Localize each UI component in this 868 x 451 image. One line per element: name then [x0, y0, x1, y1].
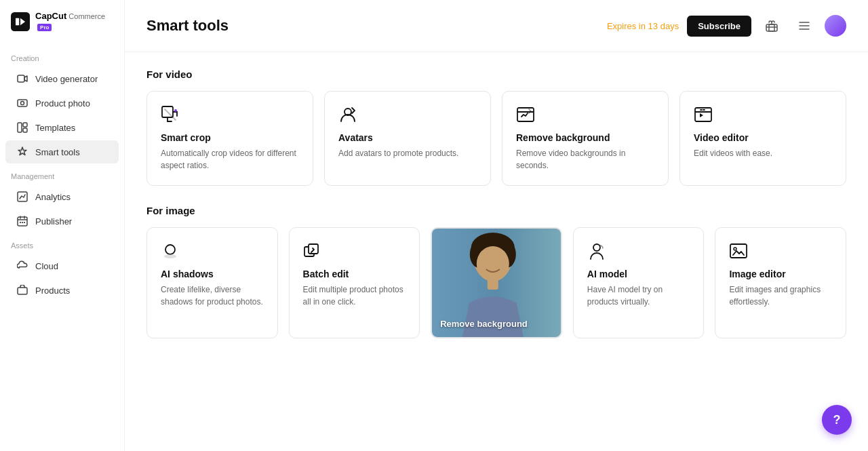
remove-bg-image: Remove background [432, 229, 561, 337]
svg-point-20 [165, 245, 175, 254]
sidebar-item-publisher[interactable]: Publisher [5, 210, 119, 233]
remove-background-video-desc: Remove video backgrounds in seconds. [516, 147, 654, 172]
for-image-section-title: For image [146, 205, 846, 216]
video-editor-card[interactable]: Video editor Edit videos with ease. [679, 91, 846, 186]
sidebar-section-management: Management [0, 164, 124, 184]
avatars-title: Avatars [338, 132, 477, 143]
ai-shadows-card[interactable]: AI shadows Create lifelike, diverse shad… [146, 227, 278, 338]
sidebar-item-products[interactable]: Products [5, 279, 119, 302]
sidebar-item-video-generator[interactable]: Video generator [5, 67, 119, 90]
svg-rect-12 [18, 288, 27, 294]
ai-model-desc: Have AI model try on products virtually. [587, 283, 690, 308]
expires-text: Expires in 13 days [607, 21, 679, 31]
batch-edit-icon [303, 241, 406, 260]
smart-crop-icon [161, 105, 299, 124]
sidebar-item-templates[interactable]: Templates [5, 116, 119, 139]
svg-point-33 [734, 248, 736, 250]
sidebar-item-label: Analytics [35, 192, 71, 202]
avatars-icon [338, 105, 477, 124]
svg-rect-1 [18, 75, 24, 82]
sidebar: CapCut Commerce Pro Creation Video gener… [0, 0, 125, 451]
image-editor-desc: Edit images and graphics effortlessly. [729, 283, 832, 308]
sidebar-item-smart-tools[interactable]: Smart tools [5, 140, 119, 163]
header-actions: Expires in 13 days Subscribe [607, 14, 846, 38]
ai-shadows-desc: Create lifelike, diverse shadows for pro… [161, 283, 264, 308]
main-content: Smart tools Expires in 13 days Subscribe… [125, 0, 868, 451]
image-editor-icon [729, 241, 832, 260]
product-photo-icon [16, 97, 28, 109]
ai-model-icon [587, 241, 690, 260]
video-generator-icon [16, 73, 28, 85]
products-icon [16, 284, 28, 296]
svg-point-3 [21, 102, 24, 105]
image-editor-title: Image editor [729, 269, 832, 279]
help-button[interactable]: ? [822, 405, 852, 435]
avatars-card[interactable]: Avatars Add avatars to promote products. [324, 91, 491, 186]
ai-model-title: AI model [587, 269, 690, 279]
svg-point-16 [174, 109, 177, 112]
header: Smart tools Expires in 13 days Subscribe [125, 0, 868, 52]
user-avatar[interactable] [825, 15, 846, 37]
svg-rect-2 [18, 100, 27, 106]
smart-crop-desc: Automatically crop videos for different … [161, 147, 299, 172]
analytics-icon [16, 191, 28, 203]
menu-icon-button[interactable] [792, 14, 816, 38]
video-editor-icon [694, 105, 832, 124]
sidebar-item-label: Video generator [35, 74, 98, 84]
remove-background-video-icon [516, 105, 654, 124]
remove-background-image-card[interactable]: Remove background [431, 227, 562, 338]
svg-rect-14 [769, 24, 774, 31]
for-video-section-title: For video [146, 68, 846, 80]
image-editor-card[interactable]: Image editor Edit images and graphics ef… [715, 227, 846, 338]
svg-point-21 [164, 254, 176, 258]
content-area: For video Smart crop Automatically crop … [125, 52, 868, 374]
svg-rect-13 [766, 24, 777, 31]
gift-icon-button[interactable] [760, 14, 784, 38]
sidebar-item-label: Product photo [35, 98, 90, 109]
sidebar-section-creation: Creation [0, 46, 124, 66]
svg-rect-5 [23, 123, 27, 127]
video-editor-title: Video editor [694, 132, 832, 143]
svg-rect-6 [23, 128, 27, 132]
for-video-cards: Smart crop Automatically crop videos for… [146, 91, 846, 186]
cloud-icon [16, 260, 28, 272]
subscribe-button[interactable]: Subscribe [687, 16, 751, 37]
sidebar-item-cloud[interactable]: Cloud [5, 254, 119, 277]
ai-shadows-title: AI shadows [161, 269, 264, 279]
svg-rect-30 [488, 279, 498, 290]
sidebar-item-product-photo[interactable]: Product photo [5, 92, 119, 115]
avatars-desc: Add avatars to promote products. [338, 147, 477, 159]
capcut-logo-icon [11, 11, 30, 33]
svg-rect-32 [730, 244, 747, 258]
logo-name: CapCut Commerce Pro [35, 11, 113, 32]
svg-rect-18 [517, 108, 534, 121]
logo-text-block: CapCut Commerce Pro [35, 11, 113, 32]
ai-model-card[interactable]: AI model Have AI model try on products v… [573, 227, 705, 338]
batch-edit-card[interactable]: Batch edit Edit multiple product photos … [289, 227, 420, 338]
svg-point-29 [477, 246, 509, 281]
svg-point-31 [593, 244, 600, 251]
pro-badge: Pro [37, 24, 52, 31]
sidebar-item-label: Publisher [35, 216, 72, 227]
smart-crop-title: Smart crop [161, 132, 299, 143]
sidebar-section-assets: Assets [0, 233, 124, 254]
sidebar-item-label: Smart tools [35, 147, 80, 157]
svg-rect-10 [22, 222, 23, 223]
svg-rect-4 [18, 123, 22, 132]
publisher-icon [16, 215, 28, 227]
svg-rect-8 [18, 217, 27, 226]
sidebar-item-analytics[interactable]: Analytics [5, 185, 119, 208]
ai-shadows-icon [161, 241, 264, 260]
video-editor-desc: Edit videos with ease. [694, 147, 832, 159]
sidebar-item-label: Cloud [35, 261, 58, 271]
templates-icon [16, 121, 28, 134]
smart-crop-card[interactable]: Smart crop Automatically crop videos for… [146, 91, 313, 186]
sidebar-item-label: Products [35, 286, 70, 296]
svg-rect-9 [20, 222, 21, 223]
remove-bg-label: Remove background [440, 319, 528, 329]
svg-rect-11 [24, 222, 25, 223]
logo: CapCut Commerce Pro [0, 11, 124, 46]
remove-background-video-card[interactable]: Remove background Remove video backgroun… [502, 91, 669, 186]
remove-background-video-title: Remove background [516, 132, 654, 143]
batch-edit-title: Batch edit [303, 269, 406, 279]
